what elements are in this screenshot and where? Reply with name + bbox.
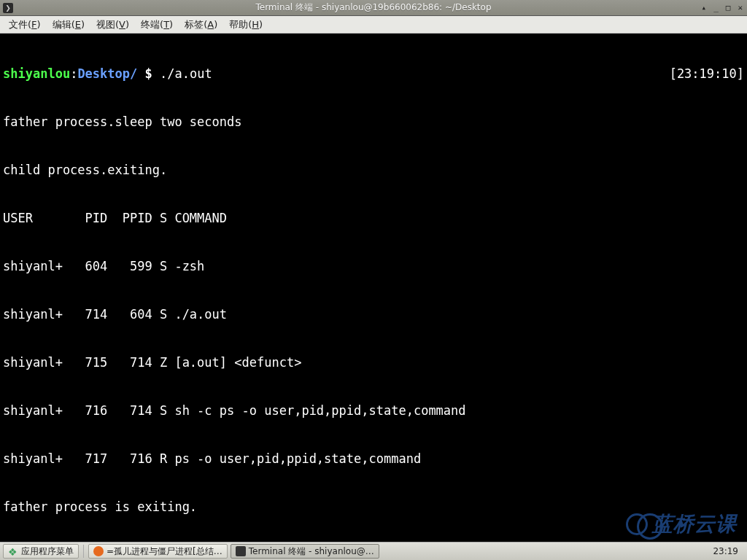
taskbar-separator: [83, 545, 84, 558]
window-menu-icon[interactable]: ▴: [700, 3, 708, 12]
output-line: father process is exiting.: [3, 499, 744, 515]
terminal-app-icon: ❯: [3, 3, 13, 13]
firefox-icon: [93, 546, 104, 556]
taskbar-item-terminal[interactable]: Terminal 终端 - shiyanlou@…: [231, 544, 379, 559]
window-controls-group: ▴ _ □ ✕: [700, 3, 745, 12]
menu-view[interactable]: 视图(V): [92, 17, 133, 33]
prompt-line-1: shiyanlou:Desktop/ $ ./a.out [23:19:10]: [3, 66, 744, 82]
terminal-icon: [236, 546, 246, 556]
taskbar-item-label: =孤儿进程与僵尸进程[总结…: [107, 545, 222, 558]
close-button[interactable]: ✕: [736, 3, 744, 12]
output-line: father process.sleep two seconds: [3, 114, 744, 130]
prompt-user: shiyanlou: [3, 66, 70, 81]
output-line: shiyanl+ 717 716 R ps -o user,pid,ppid,s…: [3, 451, 744, 467]
timestamp: [23:19:10]: [670, 66, 744, 82]
output-line: child process.exiting.: [3, 162, 744, 178]
window-titlebar: ❯ Terminal 终端 - shiyanlou@19b660062b86: …: [0, 0, 747, 16]
taskbar-clock[interactable]: 23:19: [707, 546, 744, 556]
output-line: shiyanl+ 716 714 S sh -c ps -o user,pid,…: [3, 402, 744, 419]
maximize-button[interactable]: □: [724, 3, 732, 12]
prompt-path: Desktop/: [77, 66, 137, 81]
menubar: 文件(F) 编辑(E) 视图(V) 终端(T) 标签(A) 帮助(H): [0, 16, 747, 34]
terminal-viewport[interactable]: shiyanlou:Desktop/ $ ./a.out [23:19:10] …: [0, 34, 747, 542]
command-text: ./a.out: [160, 66, 212, 81]
output-line: shiyanl+ 604 599 S -zsh: [3, 258, 744, 274]
menu-help[interactable]: 帮助(H): [225, 17, 267, 33]
taskbar: ❖ 应用程序菜单 =孤儿进程与僵尸进程[总结… Terminal 终端 - sh…: [0, 542, 747, 560]
applications-menu-button[interactable]: ❖ 应用程序菜单: [3, 544, 79, 559]
menu-tabs[interactable]: 标签(A): [180, 17, 222, 33]
applications-menu-label: 应用程序菜单: [21, 545, 74, 558]
minimize-button[interactable]: _: [712, 3, 720, 12]
menu-edit[interactable]: 编辑(E): [48, 17, 89, 33]
menu-terminal[interactable]: 终端(T): [136, 17, 177, 33]
output-line: shiyanl+ 715 714 Z [a.out] <defunct>: [3, 354, 744, 370]
applications-menu-icon: ❖: [8, 546, 18, 556]
output-line: USER PID PPID S COMMAND: [3, 210, 744, 226]
window-title: Terminal 终端 - shiyanlou@19b660062b86: ~/…: [0, 1, 747, 14]
menu-file[interactable]: 文件(F): [4, 17, 45, 33]
output-line: shiyanl+ 714 604 S ./a.out: [3, 306, 744, 322]
taskbar-item-label: Terminal 终端 - shiyanlou@…: [249, 545, 374, 558]
taskbar-item-browser[interactable]: =孤儿进程与僵尸进程[总结…: [88, 544, 228, 559]
